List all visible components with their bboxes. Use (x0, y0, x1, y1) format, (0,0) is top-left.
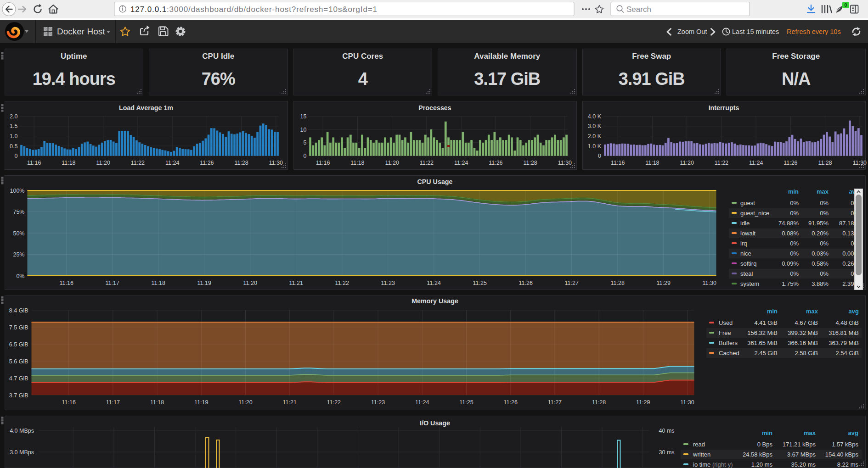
svg-text:11:16: 11:16 (611, 160, 625, 166)
svg-text:11:20: 11:20 (96, 160, 110, 166)
svg-text:Zoom Out: Zoom Out (677, 28, 707, 35)
svg-text:11:22: 11:22 (130, 160, 144, 166)
svg-text:8.4 GiB: 8.4 GiB (9, 307, 28, 314)
svg-text:11:18: 11:18 (62, 160, 75, 166)
svg-text:4.0 MBps: 4.0 MBps (10, 428, 34, 434)
svg-text:2.0: 2.0 (10, 113, 17, 120)
svg-text:11:20: 11:20 (243, 280, 257, 286)
svg-text:1.0 K: 1.0 K (587, 143, 601, 150)
svg-text:1.5: 1.5 (10, 123, 17, 129)
svg-text:11:26: 11:26 (519, 280, 532, 286)
svg-text:11:24: 11:24 (454, 160, 468, 166)
svg-text:5: 5 (303, 139, 306, 146)
svg-text:11:18: 11:18 (645, 160, 659, 166)
svg-text:2.0 K: 2.0 K (587, 133, 601, 139)
svg-text:11:17: 11:17 (105, 280, 119, 286)
svg-text:11:24: 11:24 (415, 399, 429, 406)
svg-text:11:23: 11:23 (381, 280, 395, 286)
svg-text:11:28: 11:28 (610, 280, 624, 286)
svg-text:11:18: 11:18 (151, 280, 165, 286)
svg-text:11:25: 11:25 (473, 280, 486, 286)
svg-text:11:28: 11:28 (523, 160, 537, 166)
svg-text:Docker Host: Docker Host (57, 27, 105, 36)
svg-text:11:24: 11:24 (749, 160, 763, 166)
svg-text:50%: 50% (13, 230, 24, 237)
svg-text:11:16: 11:16 (59, 280, 73, 286)
svg-text:11:24: 11:24 (165, 160, 179, 166)
svg-text:15: 15 (300, 113, 306, 120)
svg-text:0%: 0% (16, 273, 24, 279)
svg-text:Refresh every 10s: Refresh every 10s (787, 28, 841, 35)
svg-text:11:16: 11:16 (27, 160, 41, 166)
svg-text:0: 0 (14, 153, 17, 159)
svg-text:127.0.0.1:3000/dashboard/db/do: 127.0.0.1:3000/dashboard/db/docker-host?… (130, 5, 378, 14)
svg-text:11:22: 11:22 (419, 160, 433, 166)
svg-text:11:22: 11:22 (327, 399, 340, 406)
svg-text:11:16: 11:16 (316, 160, 330, 166)
svg-text:11:20: 11:20 (238, 399, 252, 406)
svg-text:11:24: 11:24 (427, 280, 440, 286)
svg-text:11:19: 11:19 (194, 399, 208, 406)
svg-text:11:16: 11:16 (62, 399, 75, 406)
svg-text:10: 10 (300, 127, 306, 133)
svg-text:11:30: 11:30 (702, 280, 716, 286)
svg-text:11:18: 11:18 (150, 399, 163, 406)
svg-text:100%: 100% (10, 188, 24, 194)
svg-text:3.7 GiB: 3.7 GiB (9, 392, 28, 399)
svg-text:11:17: 11:17 (106, 399, 119, 406)
svg-text:11:18: 11:18 (350, 160, 364, 166)
svg-text:0: 0 (845, 2, 847, 8)
svg-text:1.0: 1.0 (10, 133, 17, 139)
svg-text:75%: 75% (13, 209, 24, 215)
svg-text:11:28: 11:28 (234, 160, 248, 166)
svg-text:11:29: 11:29 (636, 399, 650, 406)
svg-text:11:22: 11:22 (335, 280, 349, 286)
svg-text:0: 0 (598, 153, 601, 159)
svg-text:40 ms: 40 ms (659, 428, 674, 434)
svg-text:11:19: 11:19 (197, 280, 211, 286)
svg-text:11:26: 11:26 (783, 160, 797, 166)
svg-text:7.5 GiB: 7.5 GiB (9, 324, 28, 331)
svg-text:11:27: 11:27 (547, 399, 561, 406)
svg-text:5.6 GiB: 5.6 GiB (9, 358, 28, 365)
svg-text:11:25: 11:25 (459, 399, 473, 406)
svg-text:11:21: 11:21 (282, 399, 296, 406)
svg-text:0: 0 (303, 153, 306, 159)
svg-text:3.0 MBps: 3.0 MBps (10, 449, 34, 456)
svg-text:11:20: 11:20 (680, 160, 693, 166)
svg-text:0.5: 0.5 (10, 143, 17, 150)
svg-text:11:28: 11:28 (592, 399, 605, 406)
svg-text:11:27: 11:27 (564, 280, 578, 286)
svg-text:11:26: 11:26 (200, 160, 214, 166)
svg-text:11:28: 11:28 (818, 160, 832, 166)
svg-text:11:26: 11:26 (489, 160, 502, 166)
svg-text:11:21: 11:21 (289, 280, 303, 286)
svg-text:30 ms: 30 ms (659, 449, 674, 456)
svg-text:Last 15 minutes: Last 15 minutes (732, 28, 779, 35)
svg-text:4.0 K: 4.0 K (587, 113, 601, 120)
svg-text:11:20: 11:20 (385, 160, 399, 166)
svg-text:3.0 K: 3.0 K (587, 123, 601, 129)
svg-text:11:29: 11:29 (656, 280, 670, 286)
svg-text:11:23: 11:23 (371, 399, 384, 406)
svg-text:11:22: 11:22 (714, 160, 728, 166)
svg-text:4.7 GiB: 4.7 GiB (9, 375, 28, 382)
svg-text:Search: Search (626, 5, 651, 14)
svg-text:11:30: 11:30 (680, 399, 694, 406)
svg-text:6.5 GiB: 6.5 GiB (9, 341, 28, 348)
svg-text:11:26: 11:26 (503, 399, 517, 406)
svg-text:25%: 25% (13, 251, 24, 258)
